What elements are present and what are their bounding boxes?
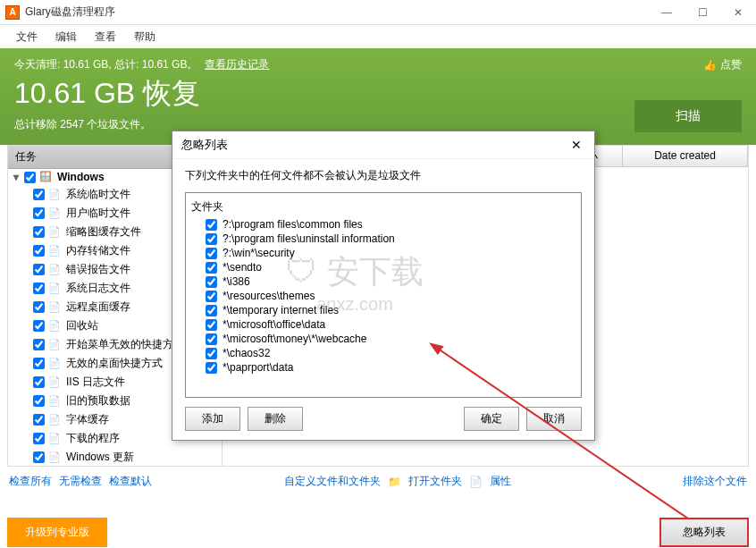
windows-icon: 🪟	[39, 171, 54, 183]
checkbox[interactable]	[206, 262, 217, 274]
checkbox[interactable]	[206, 333, 217, 345]
item-icon: 📄	[48, 320, 63, 333]
item-icon: 📄	[48, 282, 63, 295]
item-icon: 📄	[48, 189, 63, 201]
ignore-dialog: 忽略列表 ✕ 下列文件夹中的任何文件都不会被认为是垃圾文件 文件夹 ?:\pro…	[172, 131, 595, 441]
checkbox[interactable]	[33, 245, 45, 257]
checkbox[interactable]	[206, 233, 217, 245]
checkbox[interactable]	[33, 189, 45, 200]
checkbox[interactable]	[33, 226, 45, 238]
ignore-item[interactable]: *\i386	[191, 274, 575, 289]
menubar: 文件 编辑 查看 帮助	[0, 25, 756, 48]
close-button[interactable]: ✕	[720, 0, 756, 25]
menu-view[interactable]: 查看	[86, 26, 125, 48]
menu-edit[interactable]: 编辑	[46, 26, 86, 48]
item-icon: 📄	[48, 414, 63, 426]
scan-button[interactable]: 扫描	[634, 100, 742, 132]
ignore-item[interactable]: *\paprport\data	[191, 360, 575, 375]
footer-links: 检查所有 无需检查 检查默认 自定义文件和文件夹 📁 打开文件夹 📄 属性 排除…	[0, 467, 756, 496]
item-icon: 📄	[48, 264, 63, 276]
delete-button[interactable]: 删除	[248, 407, 303, 431]
ignore-item[interactable]: *\chaos32	[191, 346, 575, 360]
checkbox[interactable]	[206, 291, 217, 302]
ignore-list-button[interactable]: 忽略列表	[659, 518, 749, 547]
dialog-title: 忽略列表	[181, 137, 228, 153]
folder-icon: 📁	[388, 476, 401, 488]
like-button[interactable]: 👍 点赞	[703, 57, 742, 72]
ignore-item[interactable]: *\microsoft\office\data	[191, 317, 575, 332]
checkbox[interactable]	[206, 305, 217, 316]
checkbox[interactable]	[33, 339, 45, 350]
menu-file[interactable]: 文件	[7, 26, 46, 48]
ok-button[interactable]: 确定	[464, 407, 519, 431]
checkbox[interactable]	[33, 301, 45, 313]
checkbox[interactable]	[206, 362, 217, 374]
checkbox-windows[interactable]	[24, 172, 36, 183]
checkbox[interactable]	[33, 414, 45, 426]
item-icon: 📄	[48, 207, 63, 220]
checkbox[interactable]	[206, 319, 217, 331]
banner-big: 10.61 GB 恢复	[14, 74, 742, 114]
check-default-link[interactable]: 检查默认	[109, 474, 152, 489]
checkbox[interactable]	[33, 207, 45, 219]
dialog-titlebar: 忽略列表 ✕	[172, 131, 594, 159]
checkbox[interactable]	[33, 451, 45, 463]
props-icon: 📄	[469, 476, 483, 488]
item-icon: 📄	[48, 433, 63, 445]
banner-topline: 今天清理: 10.61 GB, 总计: 10.61 GB。 查看历史记录	[14, 57, 742, 72]
checkbox[interactable]	[33, 395, 45, 407]
checkbox[interactable]	[206, 276, 217, 288]
item-icon: 📄	[48, 451, 63, 464]
item-icon: 📄	[48, 301, 63, 314]
minimize-button[interactable]: —	[649, 0, 685, 25]
item-icon: 📄	[48, 376, 63, 389]
props-link[interactable]: 属性	[490, 474, 511, 489]
custom-link[interactable]: 自定义文件和文件夹	[284, 474, 381, 489]
checkbox[interactable]	[33, 376, 45, 388]
ignore-item[interactable]: ?:\win*\security	[191, 246, 575, 260]
ignore-item[interactable]: ?:\program files\common files	[191, 217, 575, 232]
tree-item[interactable]: 📄Windows 更新	[8, 448, 222, 466]
menu-help[interactable]: 帮助	[125, 26, 164, 48]
thumbs-up-icon: 👍	[703, 59, 717, 72]
upgrade-button[interactable]: 升级到专业版	[7, 518, 107, 547]
exclude-link[interactable]: 排除这个文件	[683, 474, 747, 489]
bottom-bar: 升级到专业版 忽略列表	[7, 518, 749, 546]
ignore-item[interactable]: *\sendto	[191, 260, 575, 274]
ignore-listbox[interactable]: 文件夹 ?:\program files\common files?:\prog…	[185, 192, 582, 398]
ignore-item[interactable]: *\microsoft\money\*\webcache	[191, 332, 575, 346]
dialog-close-button[interactable]: ✕	[567, 138, 585, 152]
checkbox[interactable]	[206, 348, 217, 359]
window-title: Glary磁盘清理程序	[25, 4, 649, 20]
item-icon: 📄	[48, 226, 63, 239]
checkbox[interactable]	[33, 282, 45, 294]
ignore-item[interactable]: *\temporary internet files	[191, 303, 575, 317]
ignore-item[interactable]: ?:\program files\uninstall information	[191, 232, 575, 246]
open-folder-link[interactable]: 打开文件夹	[408, 474, 462, 489]
checkbox[interactable]	[206, 248, 217, 259]
checkbox[interactable]	[33, 320, 45, 332]
ignore-item[interactable]: *\resources\themes	[191, 289, 575, 303]
maximize-button[interactable]: ☐	[685, 0, 720, 25]
checkbox[interactable]	[33, 264, 45, 275]
check-none-link[interactable]: 无需检查	[59, 474, 102, 489]
group-label: 文件夹	[191, 197, 575, 217]
item-icon: 📄	[48, 245, 63, 257]
item-icon: 📄	[48, 339, 63, 351]
collapse-icon[interactable]: ▾	[13, 171, 24, 183]
cancel-button[interactable]: 取消	[526, 407, 582, 431]
col-date[interactable]: Date created	[623, 146, 748, 166]
add-button[interactable]: 添加	[185, 407, 240, 431]
app-icon	[5, 5, 20, 20]
titlebar: Glary磁盘清理程序 — ☐ ✕	[0, 0, 756, 25]
check-all-link[interactable]: 检查所有	[9, 474, 52, 489]
item-icon: 📄	[48, 358, 63, 370]
item-icon: 📄	[48, 395, 63, 408]
dialog-desc: 下列文件夹中的任何文件都不会被认为是垃圾文件	[185, 168, 582, 183]
history-link[interactable]: 查看历史记录	[205, 57, 269, 72]
checkbox[interactable]	[33, 433, 45, 444]
checkbox[interactable]	[206, 219, 217, 231]
checkbox[interactable]	[33, 358, 45, 369]
